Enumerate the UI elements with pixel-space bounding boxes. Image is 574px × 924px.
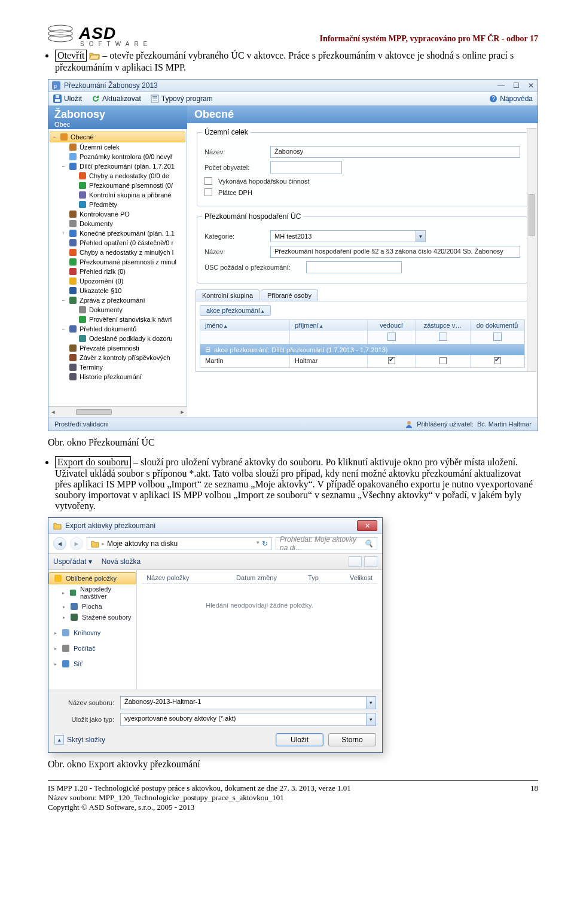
- input-filename[interactable]: Žabonosy-2013-Haltmar-1 ▾: [120, 696, 376, 709]
- fh-type[interactable]: Typ: [303, 572, 345, 583]
- svg-rect-33: [79, 316, 86, 323]
- tree-item[interactable]: Přezkoumané písemnosti (0/: [50, 181, 185, 190]
- tree-item[interactable]: Prověření stanoviska k návrl: [50, 315, 185, 324]
- nav-item[interactable]: ▸Plocha: [48, 601, 136, 612]
- dropdown-kategorie[interactable]: MH test2013 ▼: [270, 230, 426, 242]
- tree-item[interactable]: Chyby a nedostatky z minulých l: [50, 248, 185, 257]
- address-bar[interactable]: ▸ Moje aktovky na disku ▾ ↻: [87, 537, 272, 550]
- dialog-close-button[interactable]: ✕: [357, 520, 377, 531]
- grid-group-row[interactable]: ⊟ akce přezkoumání: Dílčí přezkoumání (1…: [200, 344, 524, 355]
- save-label: Uložit: [64, 94, 82, 103]
- nav-item[interactable]: ▸Knihovny: [48, 627, 136, 638]
- tree-item[interactable]: Poznámky kontrolora (0/0 nevyř: [50, 152, 185, 161]
- nav-item[interactable]: Oblíbené položky: [48, 572, 136, 584]
- tree-item[interactable]: Odeslané podklady k dozoru: [50, 334, 185, 343]
- close-button[interactable]: ✕: [528, 81, 534, 90]
- nav-item[interactable]: ▸Stažené soubory: [48, 612, 136, 623]
- tree-item[interactable]: Přezkoumané písemnosti z minul: [50, 257, 185, 267]
- tree-item[interactable]: Závěr z kontroly příspěvkových: [50, 353, 185, 362]
- save-button[interactable]: Uložit: [53, 94, 82, 103]
- organize-button[interactable]: Uspořádat ▾: [53, 557, 92, 566]
- tree-item[interactable]: −Přehled dokumentů: [50, 324, 185, 334]
- tree-item[interactable]: Dokumenty: [50, 305, 185, 315]
- input-pocet[interactable]: [270, 161, 342, 173]
- tree-item[interactable]: Kontrolované PO: [50, 209, 185, 219]
- tree-twisty[interactable]: −: [60, 297, 66, 303]
- new-folder-button[interactable]: Nová složka: [102, 557, 141, 566]
- tprogram-button[interactable]: Typový program: [151, 94, 213, 103]
- group-label: akce přezkoumání: Dílčí přezkoumání (1.7…: [214, 346, 387, 353]
- svg-rect-15: [69, 144, 77, 151]
- col-vedouci[interactable]: vedoucí: [368, 320, 416, 331]
- tree-item[interactable]: Historie přezkoumání: [50, 372, 185, 382]
- dialog-nav-tree[interactable]: Oblíbené položky▸Naposledy navštíver▸Plo…: [48, 570, 137, 690]
- tree-item[interactable]: Převzaté písemnosti: [50, 343, 185, 353]
- tree-item[interactable]: −Obecné: [50, 132, 185, 142]
- input-nazev[interactable]: Žabonosy: [270, 146, 520, 158]
- tree-item[interactable]: Chyby a nedostatky (0/0 de: [50, 171, 185, 181]
- nav-item[interactable]: ▸Naposledy navštíver: [48, 584, 136, 601]
- input-filetype[interactable]: vyexportované soubory aktovky (*.akt) ▾: [120, 713, 376, 726]
- tree-twisty[interactable]: −: [51, 134, 57, 140]
- tree-item[interactable]: Upozornění (0): [50, 276, 185, 286]
- help2-button[interactable]: [364, 556, 377, 567]
- search-input[interactable]: Prohledat: Moje aktovky na di… 🔍: [276, 537, 377, 550]
- tree-item[interactable]: −Zpráva z přezkoumání: [50, 295, 185, 305]
- refresh-addr-icon[interactable]: ↻: [262, 539, 268, 548]
- group-pill[interactable]: akce přezkoumání: [200, 305, 271, 316]
- refresh-button[interactable]: Aktualizovat: [91, 94, 141, 103]
- cancel-button[interactable]: Storno: [328, 733, 376, 746]
- caption-2: Obr. okno Export aktovky přezkoumání: [48, 759, 538, 770]
- nav-forward-button[interactable]: ►: [70, 537, 83, 550]
- checkbox-hosp[interactable]: [204, 177, 212, 185]
- nav-item[interactable]: ▸Síť: [48, 658, 136, 669]
- checkbox-dph[interactable]: [204, 188, 212, 196]
- maximize-button[interactable]: ☐: [513, 81, 520, 90]
- col-dokumentu[interactable]: do dokumentů: [471, 320, 524, 331]
- tree-item[interactable]: +Konečné přezkoumání (plán. 1.1: [50, 228, 185, 238]
- col-zastupce[interactable]: zástupce v…: [416, 320, 471, 331]
- tab-pribrane[interactable]: Přibrané osoby: [261, 289, 318, 301]
- tree-item[interactable]: Dokumenty: [50, 219, 185, 228]
- view-mode-button[interactable]: [349, 556, 362, 567]
- filter-zastupce[interactable]: [439, 333, 447, 341]
- col-jmeno[interactable]: jméno: [200, 320, 290, 331]
- tree-label: Odeslané podklady k dozoru: [89, 335, 172, 342]
- nav-tree[interactable]: −ObecnéÚzemní celekPoznámky kontrolora (…: [48, 129, 187, 406]
- minimize-button[interactable]: —: [497, 81, 505, 90]
- tree-item[interactable]: Kontrolní skupina a přibrané: [50, 190, 185, 200]
- tree-item[interactable]: Ukazatele §10: [50, 286, 185, 295]
- tree-label: Kontrolované PO: [80, 211, 130, 218]
- fh-name[interactable]: Název položky: [142, 572, 231, 583]
- svg-rect-35: [79, 335, 86, 342]
- help-button[interactable]: ? Nápověda: [489, 94, 533, 103]
- filter-dok[interactable]: [493, 333, 502, 341]
- save-file-button[interactable]: Uložit: [276, 733, 323, 746]
- tree-item[interactable]: Územní celek: [50, 142, 185, 152]
- fh-date[interactable]: Datum změny: [231, 572, 303, 583]
- tree-item[interactable]: Přehled opatření (0 částečně/0 r: [50, 238, 185, 248]
- chk-dok[interactable]: [494, 357, 501, 364]
- tree-item[interactable]: Přehled rizik (0): [50, 267, 185, 276]
- tab-kontrolni[interactable]: Kontrolní skupina: [196, 289, 259, 301]
- chk-vedouci[interactable]: [388, 357, 395, 364]
- chk-zastupce[interactable]: [439, 357, 447, 364]
- nav-back-button[interactable]: ◄: [53, 537, 66, 550]
- form-scrollbar[interactable]: [527, 128, 536, 372]
- nav-item[interactable]: ▸Počítač: [48, 643, 136, 654]
- table-row[interactable]: Martin Haltmar: [200, 355, 524, 367]
- filter-vedouci[interactable]: [387, 333, 396, 341]
- tree-item[interactable]: Předměty: [50, 200, 185, 209]
- chevron-down-icon[interactable]: ▾: [257, 539, 259, 548]
- tree-twisty[interactable]: −: [60, 326, 66, 332]
- hide-folders-button[interactable]: ▴ Skrýt složky: [54, 735, 105, 745]
- input-nazev2[interactable]: Přezkoumání hospodaření podle §2 a §3 zá…: [270, 246, 520, 258]
- tree-item[interactable]: −Dílčí přezkoumání (plán. 1.7.201: [50, 161, 185, 171]
- col-prijmeni[interactable]: příjmení: [290, 320, 368, 331]
- tree-scrollbar[interactable]: ◄►: [48, 406, 187, 417]
- tree-twisty[interactable]: −: [60, 163, 66, 169]
- input-usc[interactable]: [306, 261, 402, 273]
- tree-twisty[interactable]: +: [60, 230, 66, 236]
- fh-size[interactable]: Velikost: [345, 572, 377, 583]
- tree-item[interactable]: Termíny: [50, 362, 185, 372]
